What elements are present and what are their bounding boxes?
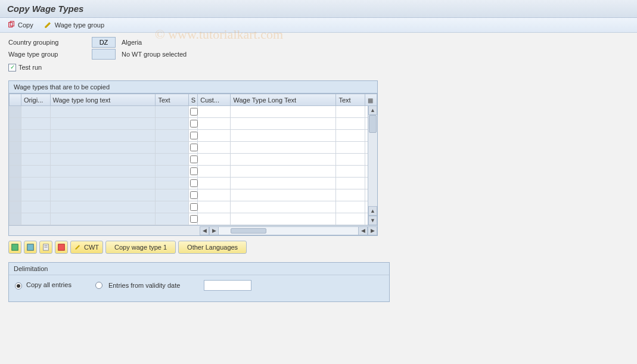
row-checkbox[interactable] bbox=[190, 108, 198, 116]
panel-header: Wage types that are to be copied bbox=[9, 81, 377, 94]
hscroll-right2-icon[interactable]: ▶ bbox=[368, 226, 377, 235]
col-cust[interactable]: Cust... bbox=[198, 94, 231, 106]
country-row: Country grouping Algeria bbox=[8, 36, 629, 48]
radio-from-icon[interactable] bbox=[95, 282, 102, 289]
opt-from-label: Entries from validity date bbox=[108, 282, 180, 289]
col-text1[interactable]: Text bbox=[156, 94, 188, 106]
col-wtlt[interactable]: Wage type long text bbox=[50, 94, 156, 106]
testrun-checkbox[interactable] bbox=[8, 64, 16, 71]
col-text2[interactable]: Text bbox=[336, 94, 365, 106]
wtg-field-label: Wage type group bbox=[8, 51, 92, 58]
row-checkbox[interactable] bbox=[190, 144, 198, 151]
row-checkbox[interactable] bbox=[190, 167, 198, 175]
config-icon[interactable]: ▦ bbox=[368, 97, 373, 104]
table-row[interactable] bbox=[10, 142, 377, 154]
copy-wage-type-1-button[interactable]: Copy wage type 1 bbox=[105, 241, 176, 254]
delimitation-title: Delimitation bbox=[9, 263, 389, 275]
wage-type-group-button[interactable]: Wage type group bbox=[44, 21, 104, 29]
radio-entries-from[interactable]: Entries from validity date bbox=[95, 282, 180, 289]
col-origi[interactable]: Origi... bbox=[21, 94, 50, 106]
copy1-label: Copy wage type 1 bbox=[114, 244, 167, 251]
wtg-desc: No WT group selected bbox=[122, 51, 187, 58]
radio-all-icon[interactable] bbox=[15, 282, 22, 290]
testrun-label: Test run bbox=[18, 64, 42, 71]
other-lang-label: Other Languages bbox=[187, 244, 238, 251]
radio-copy-all[interactable]: Copy all entries bbox=[15, 281, 72, 289]
action-bar: CWT Copy wage type 1 Other Languages bbox=[8, 241, 629, 254]
action-btn-2[interactable] bbox=[24, 241, 37, 254]
opt-all-label: Copy all entries bbox=[26, 281, 72, 288]
vertical-scrollbar[interactable]: ▲ ▲ ▼ bbox=[368, 105, 377, 225]
col-wtlt2[interactable]: Wage Type Long Text bbox=[231, 94, 336, 106]
row-checkbox[interactable] bbox=[190, 215, 198, 223]
wage-types-table: Origi... Wage type long text Text S Cust… bbox=[9, 94, 377, 225]
svg-rect-3 bbox=[27, 244, 34, 251]
country-desc: Algeria bbox=[122, 39, 142, 46]
table-row[interactable] bbox=[10, 201, 377, 213]
wtg-row: Wage type group No WT group selected bbox=[8, 48, 629, 60]
hscroll-thumb[interactable] bbox=[231, 228, 266, 234]
col-select[interactable] bbox=[10, 94, 21, 106]
validity-date-input[interactable] bbox=[204, 280, 251, 291]
svg-rect-2 bbox=[12, 244, 18, 251]
scroll-down-icon[interactable]: ▼ bbox=[368, 216, 377, 225]
action-btn-3[interactable] bbox=[39, 241, 52, 254]
hscroll-right-icon[interactable]: ▶ bbox=[209, 226, 219, 235]
scroll-up-icon[interactable]: ▲ bbox=[368, 105, 377, 115]
scroll-down-2-icon[interactable]: ▲ bbox=[368, 206, 377, 216]
delimitation-panel: Delimitation Copy all entries Entries fr… bbox=[8, 262, 390, 302]
row-checkbox[interactable] bbox=[190, 132, 198, 139]
row-checkbox[interactable] bbox=[190, 191, 198, 199]
table-row[interactable] bbox=[10, 130, 377, 142]
row-checkbox[interactable] bbox=[190, 203, 198, 211]
scroll-thumb[interactable] bbox=[369, 115, 377, 133]
page-title: Copy Wage Types bbox=[0, 0, 637, 18]
copy-button[interactable]: Copy bbox=[7, 21, 33, 29]
wtg-label: Wage type group bbox=[55, 21, 104, 29]
testrun-row: Test run bbox=[8, 61, 629, 73]
table-row[interactable] bbox=[10, 178, 377, 189]
other-languages-button[interactable]: Other Languages bbox=[178, 241, 247, 254]
country-label: Country grouping bbox=[8, 39, 92, 46]
table-row[interactable] bbox=[10, 118, 377, 130]
hscroll-left2-icon[interactable]: ◀ bbox=[358, 226, 368, 235]
table-row[interactable] bbox=[10, 166, 377, 178]
table-row[interactable] bbox=[10, 213, 377, 225]
pencil-icon bbox=[44, 21, 52, 29]
row-checkbox[interactable] bbox=[190, 155, 198, 163]
table-row[interactable] bbox=[10, 154, 377, 166]
page-title-text: Copy Wage Types bbox=[7, 4, 83, 14]
content-area: Country grouping Algeria Wage type group… bbox=[0, 33, 637, 306]
copy-label: Copy bbox=[18, 21, 33, 29]
row-checkbox[interactable] bbox=[190, 179, 198, 187]
wtg-input[interactable] bbox=[92, 49, 116, 60]
svg-rect-7 bbox=[58, 244, 65, 251]
table-row[interactable] bbox=[10, 189, 377, 201]
wage-types-panel: Wage types that are to be copied Origi..… bbox=[8, 80, 378, 236]
cwt-label: CWT bbox=[84, 244, 99, 251]
row-checkbox[interactable] bbox=[190, 120, 198, 127]
col-s[interactable]: S bbox=[188, 94, 197, 106]
hscroll-track[interactable] bbox=[219, 226, 358, 235]
action-btn-1[interactable] bbox=[8, 241, 21, 254]
action-btn-4[interactable] bbox=[55, 241, 68, 254]
horizontal-scrollbar: ◀ ▶ ◀ ▶ bbox=[9, 225, 377, 235]
copy-icon bbox=[7, 21, 15, 29]
hscroll-left-icon[interactable]: ◀ bbox=[200, 226, 209, 235]
cwt-button[interactable]: CWT bbox=[70, 241, 103, 254]
col-config[interactable]: ▦ bbox=[365, 94, 377, 106]
grid-wrap: Origi... Wage type long text Text S Cust… bbox=[9, 94, 377, 225]
table-row[interactable] bbox=[10, 106, 377, 118]
toolbar: Copy Wage type group bbox=[0, 18, 637, 33]
country-code-input[interactable] bbox=[92, 37, 116, 48]
